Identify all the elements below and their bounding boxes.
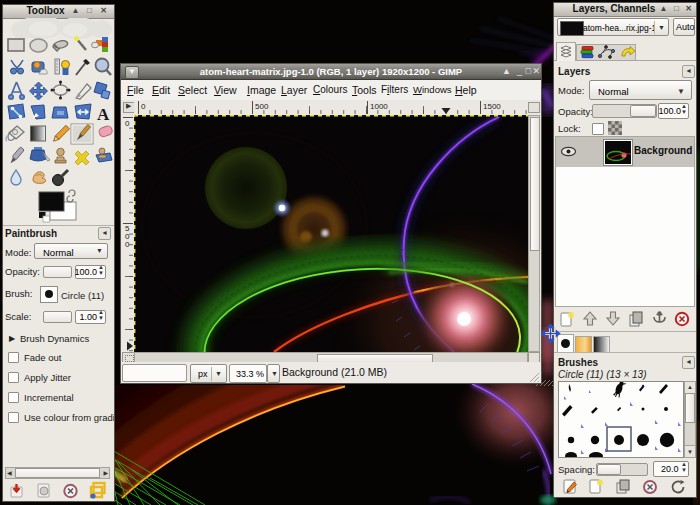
svg-text:0: 0 — [125, 240, 130, 249]
svg-text:0: 0 — [141, 102, 146, 111]
svg-text:0: 0 — [125, 119, 130, 128]
svg-text:A: A — [97, 105, 110, 124]
svg-text:500: 500 — [255, 102, 269, 111]
svg-text:1000: 1000 — [370, 102, 388, 111]
svg-text:1500: 1500 — [483, 102, 501, 111]
